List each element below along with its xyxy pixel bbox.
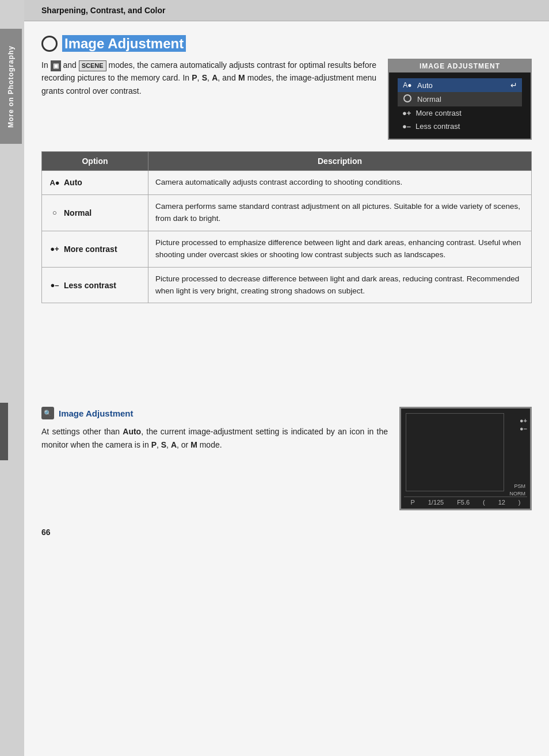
camera-display: ●+ ●– PSM NORM P 1/125 F5.6 ( (399, 407, 532, 510)
normal-label: Normal (417, 95, 441, 104)
more-contrast-table-icon: ●+ (49, 245, 60, 253)
bottom-section: 🔍 Image Adjustment At settings other tha… (41, 407, 532, 510)
content-area: Image Adjustment In ▣ and SCENE modes, t… (41, 21, 532, 537)
auto-table-icon: A● (49, 178, 60, 187)
bottom-title-row: 🔍 Image Adjustment (41, 407, 388, 419)
more-contrast-description: Picture processed to emphasize differenc… (155, 238, 521, 259)
option-cell-normal: ○ Normal (42, 194, 148, 231)
table-row: A● Auto Camera automatically adjusts con… (42, 171, 532, 195)
camera-screen-header: IMAGE ADJUSTMENT (389, 60, 531, 72)
option-cell-auto: A● Auto (42, 171, 148, 195)
cam-bracket-close: ) (518, 499, 521, 506)
auto-description: Camera automatically adjusts contrast ac… (155, 178, 402, 186)
section1-circle-icon (41, 36, 58, 52)
desc-cell-auto: Camera automatically adjusts contrast ac… (148, 171, 532, 195)
option-name-more-contrast: ●+ More contrast (49, 245, 141, 254)
upper-layout: In ▣ and SCENE modes, the camera automat… (41, 59, 532, 140)
less-contrast-icon: ●– (402, 122, 411, 131)
desc-cell-normal: Camera performs same standard contrast a… (148, 194, 532, 231)
normal-option-label: Normal (64, 208, 92, 217)
page-number: 66 (41, 528, 532, 537)
section1-title-highlight: Image Adjustment (62, 35, 186, 52)
mode-m: M (238, 73, 245, 82)
mode-badge: SCENE (79, 60, 106, 72)
sidebar-tab-bottom (0, 403, 8, 460)
col-header-desc: Description (148, 152, 532, 171)
option-name-less-contrast: ●– Less contrast (49, 281, 141, 290)
mode-p: P (192, 73, 197, 82)
menu-item-less-contrast: ●– Less contrast (398, 120, 522, 133)
desc-cell-less-contrast: Picture processed to decrease difference… (148, 267, 532, 303)
normal-table-icon: ○ (49, 208, 60, 217)
col-header-option: Option (42, 152, 148, 171)
camera-display-inner: ●+ ●– (520, 417, 527, 432)
section1-title-row: Image Adjustment (41, 36, 532, 52)
bottom-section-title: Image Adjustment (59, 408, 133, 418)
mode-a-bottom: A (171, 440, 177, 449)
options-table: Option Description A● Auto Camera automa… (41, 151, 532, 303)
cam-circle-plus-icon: ●+ (520, 417, 527, 424)
mode-s: S (202, 73, 207, 82)
sidebar-tab: More on Photography (0, 29, 22, 144)
cam-bottom-bar: P 1/125 F5.6 ( 12 ) (404, 497, 527, 506)
more-contrast-icon: ●+ (402, 109, 411, 117)
normal-icon (402, 94, 413, 104)
auto-option-label: Auto (64, 178, 82, 187)
mode-p-bottom: P (151, 440, 157, 449)
more-contrast-option-label: More contrast (64, 245, 117, 254)
cam-text-psm: PSM (514, 483, 525, 490)
normal-description: Camera performs same standard contrast a… (155, 202, 520, 223)
bottom-text-area: 🔍 Image Adjustment At settings other tha… (41, 407, 388, 451)
cam-bracket-open: ( (483, 499, 485, 506)
desc-cell-more-contrast: Picture processed to emphasize differenc… (148, 231, 532, 267)
intro-text: In ▣ and SCENE modes, the camera automat… (41, 59, 376, 97)
menu-item-auto: A● Auto ↵ (398, 78, 522, 92)
divider-area (41, 303, 532, 407)
less-contrast-label: Less contrast (415, 122, 460, 131)
auto-arrow: ↵ (510, 81, 517, 90)
less-contrast-table-icon: ●– (49, 281, 60, 289)
bottom-para: At settings other than Auto, the current… (41, 425, 388, 451)
cam-shutter: 1/125 (428, 499, 444, 506)
page-header: Sharpening, Contrast, and Color (24, 0, 549, 21)
option-cell-more-contrast: ●+ More contrast (42, 231, 148, 267)
more-contrast-label: More contrast (415, 109, 461, 117)
table-row: ○ Normal Camera performs same standard c… (42, 194, 532, 231)
sidebar: More on Photography (0, 0, 24, 756)
auto-icon: A● (402, 81, 413, 89)
less-contrast-description: Picture processed to decrease difference… (155, 274, 519, 295)
option-cell-less-contrast: ●– Less contrast (42, 267, 148, 303)
mode-s-bottom: S (161, 440, 166, 449)
circle-normal-icon (403, 94, 411, 102)
camera-screen-body: A● Auto ↵ Normal ●+ More contra (389, 72, 531, 139)
sidebar-label: More on Photography (7, 45, 15, 128)
cam-mode: P (410, 499, 414, 506)
option-name-normal: ○ Normal (49, 208, 141, 217)
camera-screen: IMAGE ADJUSTMENT A● Auto ↵ Normal (388, 59, 532, 140)
auto-label: Auto (417, 81, 433, 90)
cam-text-block: PSM NORM (510, 483, 526, 497)
option-name-auto: A● Auto (49, 178, 141, 187)
mode-a: A (212, 73, 218, 82)
main-content: Sharpening, Contrast, and Color Image Ad… (24, 0, 549, 756)
table-row: ●+ More contrast Picture processed to em… (42, 231, 532, 267)
menu-item-normal: Normal (398, 92, 522, 106)
table-row: ●– Less contrast Picture processed to de… (42, 267, 532, 303)
cam-icons-col: ●+ ●– (520, 417, 527, 432)
cam-aperture: F5.6 (457, 499, 470, 506)
section1-title: Image Adjustment (62, 36, 186, 52)
note-icon: 🔍 (41, 407, 54, 419)
mode-m-bottom: M (190, 440, 197, 449)
cam-ev: 12 (498, 499, 505, 506)
cam-frame-border (406, 413, 504, 491)
camera-badge1: ▣ (51, 60, 61, 72)
less-contrast-option-label: Less contrast (64, 281, 116, 290)
bold-auto: Auto (123, 427, 141, 436)
cam-circle-minus-icon: ●– (520, 425, 527, 432)
menu-item-more-contrast: ●+ More contrast (398, 106, 522, 120)
header-title: Sharpening, Contrast, and Color (41, 6, 165, 15)
